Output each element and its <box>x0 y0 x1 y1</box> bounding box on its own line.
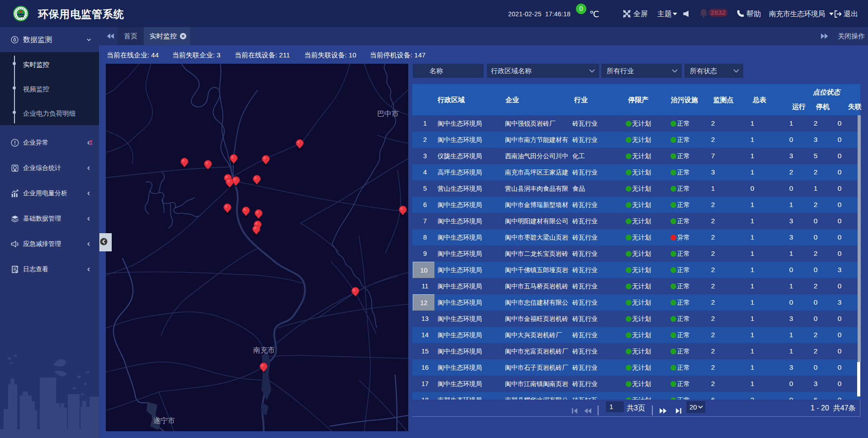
svg-text:南充市: 南充市 <box>253 346 275 354</box>
svg-text:遂宁市: 遂宁市 <box>153 417 175 424</box>
svg-text:巴中市: 巴中市 <box>377 110 399 118</box>
